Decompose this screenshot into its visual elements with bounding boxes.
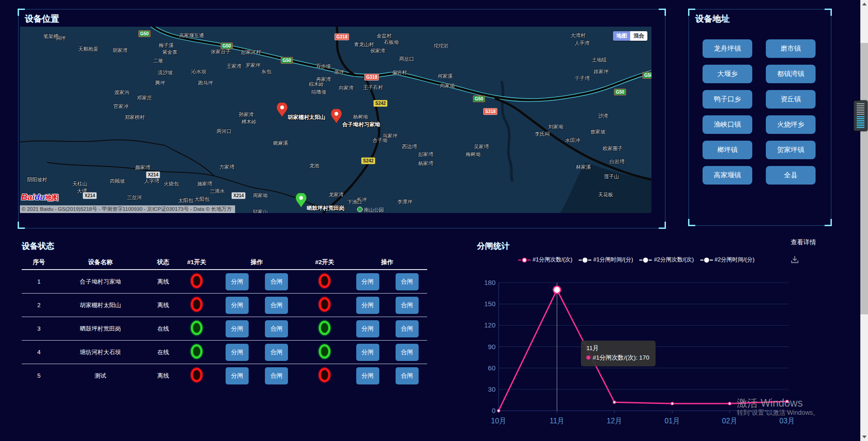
svg-text:150: 150 — [484, 300, 495, 308]
map-place-label: 百步垭 — [316, 63, 331, 70]
svg-text:30: 30 — [488, 385, 495, 393]
address-button-贺家坪镇[interactable]: 贺家坪镇 — [766, 141, 816, 159]
map-place-label: 腾坪 — [155, 80, 165, 86]
open-switch-button[interactable]: 分闸 — [356, 273, 379, 290]
map-type-混合[interactable]: 混合 — [630, 31, 647, 41]
map-place-label: 龙池 — [309, 162, 319, 169]
map-place-label: 人手湾 — [575, 40, 590, 47]
map-place-label: 西边塆 — [402, 143, 417, 150]
address-button-资丘镇[interactable]: 资丘镇 — [766, 90, 816, 109]
close-switch-button[interactable]: 合闸 — [396, 320, 419, 337]
map-place-label: 吴家塆 — [474, 143, 489, 150]
open-switch-button[interactable]: 分闸 — [356, 344, 379, 361]
open-switch-button[interactable]: 分闸 — [226, 344, 249, 361]
map-marker-pin[interactable] — [330, 109, 342, 124]
open-switch-button[interactable]: 分闸 — [226, 297, 249, 314]
address-button-龙舟坪镇[interactable]: 龙舟坪镇 — [703, 39, 752, 58]
baidu-map[interactable]: 笔架槽洞坪天鹅抱蛋胡家湾高家堰互通梅子溪紫金寨二墩流沙坡沁水坝腾坪跑马坪渡家沟邓… — [20, 27, 651, 213]
map-place-label: 沁水坝 — [191, 68, 206, 75]
scrollbar-thumb[interactable] — [860, 43, 868, 314]
corner-decoration — [18, 9, 25, 16]
open-switch-button[interactable]: 分闸 — [356, 320, 379, 337]
view-details-link[interactable]: 查看详情 — [791, 238, 816, 247]
map-place-label: 庙坪 — [334, 69, 344, 76]
map-marker-pin[interactable] — [276, 103, 288, 118]
map-place-label: 紫金寨 — [162, 49, 177, 56]
scrollbar-up-arrow[interactable] — [862, 3, 867, 5]
map-place-label: 曾家坡 — [590, 128, 605, 135]
switch-indicator-off — [319, 297, 330, 312]
close-switch-button[interactable]: 合闸 — [265, 273, 288, 290]
column-header: 序号 — [22, 258, 56, 266]
map-place-label: 路家坪 — [594, 68, 609, 75]
road-shield-X214: X214 — [83, 192, 97, 199]
map-place-label: 棕木岭 — [309, 81, 324, 88]
close-switch-button[interactable]: 合闸 — [396, 367, 419, 384]
address-button-鸭子口乡[interactable]: 鸭子口乡 — [703, 90, 752, 109]
corner-decoration — [18, 222, 25, 229]
device-name: 胡家棚村太阳山 — [56, 301, 145, 309]
address-button-都镇湾镇[interactable]: 都镇湾镇 — [766, 65, 816, 83]
open-switch-button[interactable]: 分闸 — [356, 367, 379, 384]
map-place-label: 天柱山 — [72, 180, 87, 187]
road-shield-G318: G318 — [364, 74, 379, 81]
close-switch-button[interactable]: 合闸 — [396, 273, 419, 290]
open-switch-button[interactable]: 分闸 — [226, 320, 249, 337]
map-place-label: 高家堰互通 — [179, 32, 204, 39]
address-button-火烧坪乡[interactable]: 火烧坪乡 — [766, 115, 816, 134]
map-place-label: 施家塆 — [197, 180, 212, 187]
table-row: 5测试离线分闸合闸分闸合闸 — [22, 364, 427, 387]
map-place-label: 罗家坪 — [245, 62, 260, 69]
close-switch-button[interactable]: 合闸 — [265, 367, 288, 384]
map-marker-label: 胡家棚村太阳山 — [288, 114, 326, 121]
svg-text:01月: 01月 — [665, 417, 680, 425]
map-place-label: 青龙山村 — [354, 41, 374, 48]
switch-indicator-off — [319, 274, 330, 288]
device-name: 测试 — [56, 372, 145, 380]
open-switch-button[interactable]: 分闸 — [226, 367, 249, 384]
open-switch-button[interactable]: 分闸 — [226, 273, 249, 290]
park-label: 南山公园 — [357, 207, 384, 213]
road-shield-S242: S242 — [373, 100, 387, 107]
map-place-label: 邱家山 — [253, 209, 268, 213]
address-button-渔峡口镇[interactable]: 渔峡口镇 — [703, 115, 752, 134]
address-button-全县[interactable]: 全县 — [766, 166, 816, 185]
close-switch-button[interactable]: 合闸 — [265, 344, 288, 361]
svg-text:12月: 12月 — [607, 417, 622, 425]
close-switch-button[interactable]: 合闸 — [396, 297, 419, 314]
close-switch-button[interactable]: 合闸 — [396, 344, 419, 361]
address-button-榔坪镇[interactable]: 榔坪镇 — [703, 141, 752, 159]
map-place-label: 渡家沟 — [114, 89, 129, 96]
road-shield-G50: G50 — [642, 72, 651, 79]
close-switch-button[interactable]: 合闸 — [265, 320, 288, 337]
map-place-label: 长冲 — [357, 196, 367, 203]
map-place-label: 榑木岭 — [241, 119, 256, 125]
corner-decoration — [688, 9, 695, 16]
close-switch-button[interactable]: 合闸 — [265, 297, 288, 314]
scrollbar-down-arrow[interactable] — [862, 436, 867, 438]
map-place-label: 李氏祠 — [535, 131, 550, 138]
map-place-label: 向家湾 — [339, 85, 354, 91]
address-button-大堰乡[interactable]: 大堰乡 — [703, 65, 752, 83]
road-shield-G50: G50 — [281, 57, 293, 64]
device-location-title: 设备位置 — [25, 13, 59, 25]
switch-indicator-on — [191, 321, 203, 335]
map-type-地图[interactable]: 地图 — [613, 31, 630, 41]
baidu-logo: Baidu地图 — [21, 192, 59, 202]
series-dot-icon — [586, 356, 590, 360]
map-place-label: 彭家塆 — [418, 151, 433, 158]
switch-indicator-off — [191, 368, 203, 382]
svg-text:11月: 11月 — [550, 417, 565, 425]
address-button-高家堰镇[interactable]: 高家堰镇 — [703, 166, 752, 185]
park-icon — [357, 207, 363, 212]
map-place-label: 东包 — [261, 68, 271, 75]
road-shield-S318: S318 — [483, 108, 497, 115]
address-button-磨市镇[interactable]: 磨市镇 — [766, 39, 816, 58]
map-place-label: 周家坳 — [253, 192, 268, 199]
map-marker-pin[interactable] — [295, 193, 307, 209]
map-type-control: 地图混合 — [613, 31, 647, 41]
map-place-label: 梅树坳 — [466, 151, 481, 158]
map-attribution: © 2021 Baidu - GS(2019)5218号 - 甲测资字11009… — [20, 205, 235, 213]
open-switch-button[interactable]: 分闸 — [356, 297, 379, 314]
map-place-label: 彭家河村 — [241, 49, 261, 56]
